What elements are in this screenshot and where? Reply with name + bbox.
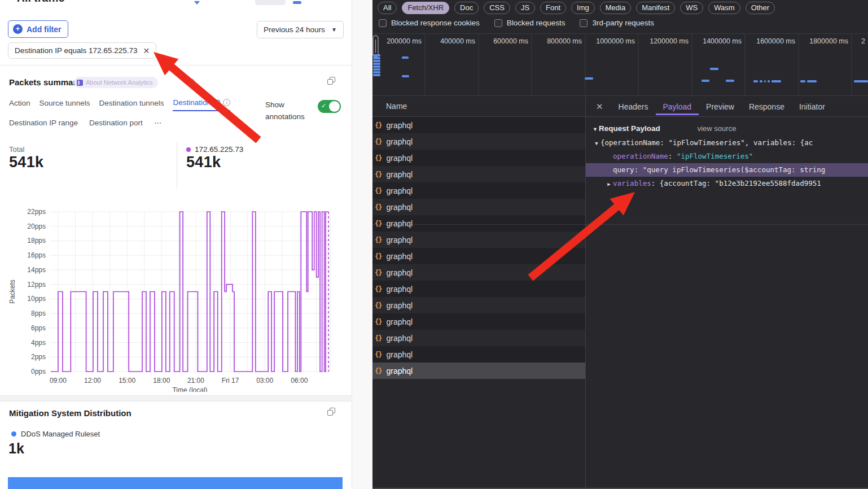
mitigation-bar[interactable] xyxy=(8,477,343,489)
request-name: graphql xyxy=(386,219,413,228)
json-braces-icon: {} xyxy=(375,121,382,129)
filter-pill-media[interactable]: Media xyxy=(600,2,631,14)
svg-text:1400000 ms: 1400000 ms xyxy=(703,37,742,45)
payload-tree-row[interactable]: operationName: "ipFlowTimeseries" xyxy=(586,150,868,163)
history-clock-icon[interactable] xyxy=(187,78,195,86)
json-braces-icon: {} xyxy=(375,334,382,342)
request-row[interactable]: {}graphql xyxy=(372,215,585,232)
close-icon[interactable]: ✕ xyxy=(143,46,150,55)
detail-tab-headers[interactable]: Headers xyxy=(611,98,656,115)
tab-destination-tunnels[interactable]: Destination tunnels xyxy=(99,98,164,111)
svg-text:21:00: 21:00 xyxy=(187,377,204,385)
filter-pill-wasm[interactable]: Wasm xyxy=(708,2,740,14)
request-row[interactable]: {}graphql xyxy=(372,264,585,281)
tab--[interactable]: ⋯ xyxy=(154,118,162,130)
tree-expand-icon[interactable]: ▶ xyxy=(605,177,613,191)
name-column-header[interactable]: Name xyxy=(386,102,407,111)
stat-total-value: 541k xyxy=(9,154,43,171)
open-in-new-icon[interactable] xyxy=(327,77,335,85)
request-row[interactable]: {}graphql xyxy=(372,297,585,313)
divider xyxy=(372,224,868,225)
packets-summary-title: Packets summary xyxy=(9,77,81,87)
divider xyxy=(0,65,352,66)
filter-pill-img[interactable]: Img xyxy=(571,2,595,14)
filter-chip[interactable]: Destination IP equals 172.65.225.73 ✕ xyxy=(8,42,156,59)
view-source-link[interactable]: view source xyxy=(698,124,737,133)
detail-tab-initiator[interactable]: Initiator xyxy=(792,98,832,115)
filter-pill-js[interactable]: JS xyxy=(515,2,535,14)
checkbox-box[interactable] xyxy=(580,19,588,27)
filter-pill-fetch-xhr[interactable]: Fetch/XHR xyxy=(402,2,449,14)
request-row[interactable]: {}graphql xyxy=(372,346,585,363)
filter-pill-other[interactable]: Other xyxy=(746,2,775,14)
request-name: graphql xyxy=(386,154,413,163)
filter-pill-css[interactable]: CSS xyxy=(484,2,510,14)
request-row[interactable]: {}graphql xyxy=(372,281,585,297)
cutoff-control xyxy=(255,0,286,5)
svg-text:1600000 ms: 1600000 ms xyxy=(756,37,795,45)
request-row[interactable]: {}graphql xyxy=(372,330,585,346)
open-in-new-icon[interactable] xyxy=(327,408,335,416)
cutoff-link xyxy=(293,1,301,4)
add-filter-button[interactable]: + Add filter xyxy=(8,20,68,38)
detail-tab-preview[interactable]: Preview xyxy=(699,98,742,115)
json-string-value: "ipFlowTimeseries" xyxy=(677,152,753,160)
json-braces-icon: {} xyxy=(375,269,382,277)
tab-source-tunnels[interactable]: Source tunnels xyxy=(40,98,90,111)
svg-text:0pps: 0pps xyxy=(31,368,46,376)
info-icon[interactable]: i xyxy=(223,99,230,106)
request-row[interactable]: {}graphql xyxy=(372,133,585,150)
payload-tree-row[interactable]: ▶variables: {accountTag: "b12e3b2192ee55… xyxy=(586,177,868,190)
checkbox-box[interactable] xyxy=(494,19,502,27)
network-overview-timeline[interactable]: 200000 ms400000 ms600000 ms800000 ms1000… xyxy=(372,33,868,96)
tab-destination-ip-range[interactable]: Destination IP range xyxy=(9,118,78,130)
request-row[interactable]: {}graphql xyxy=(372,166,585,182)
checkbox-3rd-party-requests[interactable]: 3rd-party requests xyxy=(580,19,654,27)
svg-text:16pps: 16pps xyxy=(27,251,46,259)
svg-text:12pps: 12pps xyxy=(27,281,46,289)
time-range-dropdown[interactable]: Previous 24 hours ▼ xyxy=(257,21,344,38)
tab-destination-port[interactable]: Destination port xyxy=(89,118,143,130)
request-row[interactable]: {}graphql xyxy=(372,313,585,330)
request-row[interactable]: {}graphql xyxy=(372,182,585,199)
request-row[interactable]: {}graphql xyxy=(372,117,585,133)
filter-pill-manifest[interactable]: Manifest xyxy=(636,2,675,14)
filter-pill-font[interactable]: Font xyxy=(540,2,566,14)
request-row[interactable]: {}graphql xyxy=(372,199,585,215)
filter-chip-label: Destination IP equals 172.65.225.73 xyxy=(15,46,137,55)
checkbox-box[interactable] xyxy=(379,19,387,27)
detail-tab-response[interactable]: Response xyxy=(742,98,792,115)
tree-expand-icon[interactable]: ▼ xyxy=(593,137,600,150)
payload-tree-row[interactable]: query: "query ipFlowTimeseries($accountT… xyxy=(586,163,868,177)
request-row[interactable]: {}graphql xyxy=(372,232,585,248)
svg-text:22pps: 22pps xyxy=(27,208,46,216)
filter-pill-all[interactable]: All xyxy=(378,2,397,14)
request-row[interactable]: {}graphql xyxy=(372,150,585,166)
show-annotations-toggle[interactable]: ✓ xyxy=(318,100,341,113)
filter-pill-ws[interactable]: WS xyxy=(680,2,703,14)
request-row[interactable]: {}graphql xyxy=(372,363,585,379)
svg-text:Time (local): Time (local) xyxy=(172,386,207,392)
time-range-label: Previous 24 hours xyxy=(264,25,325,34)
svg-text:4pps: 4pps xyxy=(31,339,46,347)
request-row[interactable]: {}graphql xyxy=(372,248,585,264)
payload-tree-row[interactable]: ▼{operationName: "ipFlowTimeseries", var… xyxy=(586,136,868,150)
svg-text:14pps: 14pps xyxy=(27,266,46,274)
detail-tab-payload[interactable]: Payload xyxy=(656,98,699,115)
checkbox-blocked-requests[interactable]: Blocked requests xyxy=(494,19,565,27)
triangle-down-icon[interactable]: ▼ xyxy=(593,126,598,132)
tab-destination-ip[interactable]: Destination IPi xyxy=(173,98,230,111)
svg-text:800000 ms: 800000 ms xyxy=(547,37,582,45)
about-network-analytics-badge[interactable]: About Network Analytics xyxy=(74,77,158,88)
json-braces-icon: {} xyxy=(375,236,382,244)
filter-pill-doc[interactable]: Doc xyxy=(454,2,479,14)
svg-text:1000000 ms: 1000000 ms xyxy=(596,37,635,45)
svg-text:8pps: 8pps xyxy=(31,309,46,317)
detail-tabs: ✕ HeadersPayloadPreviewResponseInitiator xyxy=(586,97,868,117)
tab-action[interactable]: Action xyxy=(9,98,30,111)
json-braces-icon: {} xyxy=(375,285,382,293)
close-icon[interactable]: ✕ xyxy=(586,102,611,112)
checkbox-blocked-response-cookies[interactable]: Blocked response cookies xyxy=(379,19,480,27)
packets-timeseries-chart[interactable]: 0pps2pps4pps6pps8pps10pps12pps14pps16pps… xyxy=(8,202,344,394)
devtools-network-panel: AllFetch/XHRDocCSSJSFontImgMediaManifest… xyxy=(372,0,868,489)
